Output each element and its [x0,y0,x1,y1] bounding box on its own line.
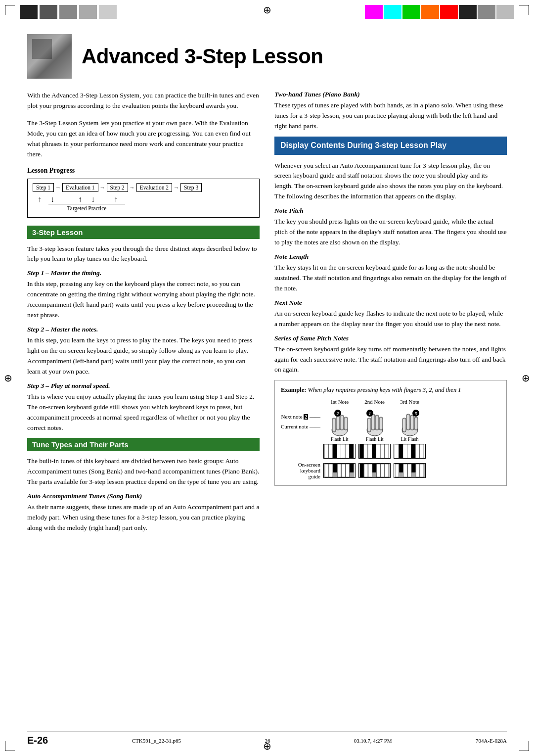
svg-rect-14 [350,444,354,458]
flash-label-3: Lit Flash [401,436,419,442]
arrow-up-3: ↑ [114,195,118,204]
date-ref: 03.10.7, 4:27 PM [354,738,392,744]
top-bar-block-5 [99,5,117,19]
eval1-box: Evaluation 1 [62,183,98,192]
svg-rect-4 [344,417,348,430]
step1-text: In this step, pressing any key on the ke… [27,279,260,321]
hand-svg-2: 1 [360,407,390,436]
chapter-title: Advanced 3-Step Lesson [82,45,323,68]
next-note-text: An on-screen keyboard guide key flashes … [274,309,507,330]
note-col-3: 3rd Note 5 Lit [394,399,426,459]
svg-rect-33 [410,415,414,430]
step-lesson-intro: The 3-step lesson feature takes you thro… [27,244,260,265]
page-number: 26 [265,738,270,744]
page-footer: E-26 CTK591_e_22-31.p65 26 03.10.7, 4:27… [27,731,507,746]
svg-text:5: 5 [414,411,417,416]
step2-text: In this step, you learn the keys to pres… [27,335,260,377]
color-block-orange [421,5,439,19]
arrow-up-2: ↑ [78,195,82,204]
svg-rect-29 [385,444,389,458]
corner-mark-br [519,741,529,751]
next-note-title: Next Note [274,299,507,307]
svg-rect-12 [341,444,345,458]
keyboard-label-blocks [323,463,426,478]
step-lesson-heading: 3-Step Lesson [27,226,260,239]
example-text: Example: When play requires pressing key… [281,386,500,394]
onscreen-label-row: On-screenkeyboardguide [281,462,500,479]
svg-rect-27 [376,444,380,458]
svg-rect-40 [403,444,407,458]
arrows-row-up-down: ↑ ↓ ↑ ↓ ↑ [37,195,254,204]
arrow3: → [130,185,135,190]
svg-rect-41 [407,444,411,458]
arrows-area: ↑ ↓ ↑ ↓ ↑ Targeted Practice [33,195,254,211]
svg-rect-52 [350,464,354,472]
svg-rect-16 [367,418,371,432]
svg-rect-66 [412,464,415,472]
note-1-label: 1st Note [330,399,349,405]
svg-rect-25 [368,444,372,458]
compass-top: ⊕ [263,4,271,16]
series-same-pitch-title: Series of Same Pitch Notes [274,334,507,342]
display-contents-intro: Whenever you select an Auto Accompanimen… [274,161,507,202]
svg-rect-58 [377,464,380,477]
step3-title: Step 3 – Play at normal speed. [27,382,260,390]
step3-box: Step 3 [180,183,202,192]
step2-box: Step 2 [107,183,128,192]
keyboard-bottom-3 [394,463,426,478]
compass-right: ⊕ [522,372,530,384]
svg-rect-59 [381,464,384,477]
step3-text: This is where you enjoy actually playing… [27,392,260,433]
current-note-label: Current note —— [281,424,320,429]
keyboard-bottom-1 [323,463,356,478]
corner-mark-bl [5,741,15,751]
step2-title: Step 2 – Master the notes. [27,326,260,333]
color-block-lightgray [496,5,514,19]
svg-rect-67 [416,464,419,477]
two-hand-title: Two-hand Tunes (Piano Bank) [274,91,507,98]
progress-steps: Step 1 → Evaluation 1 → Step 2 → Evaluat… [33,183,254,192]
top-bar-left-blocks [20,5,117,19]
top-bar-block-1 [20,5,38,19]
svg-rect-28 [380,444,384,458]
intro-para2: The 3-Step Lesson System lets you practi… [27,118,260,160]
svg-rect-43 [415,444,419,458]
right-column: Two-hand Tunes (Piano Bank) These types … [274,91,507,538]
svg-rect-49 [337,464,341,477]
arrow1: → [55,185,61,190]
keyboard-bottom-2 [358,463,391,478]
flash-label-1: Flash Lit [331,436,349,442]
svg-rect-18 [375,415,379,430]
svg-rect-54 [360,464,363,477]
top-bar-block-4 [79,5,97,19]
arrow4: → [174,185,179,190]
color-block-magenta [365,5,383,19]
tune-types-intro: The built-in tunes of this keyboard are … [27,456,260,487]
eval2-box: Evaluation 2 [136,183,172,192]
svg-rect-64 [403,464,407,477]
svg-rect-23 [359,444,363,458]
top-bar-right-blocks [365,5,514,19]
note-col-2: 2nd Note 1 Fla [358,399,391,459]
svg-rect-9 [329,444,333,458]
arrow-up-1: ↑ [38,195,42,204]
chapter-icon-graphic [27,34,72,79]
svg-rect-56 [368,464,372,477]
targeted-label-row: Targeted Practice [37,204,254,211]
svg-rect-47 [329,464,333,477]
page-content: Advanced 3-Step Lesson With the Advanced… [0,24,534,553]
svg-rect-65 [407,464,411,477]
targeted-practice-label: Targeted Practice [48,204,125,211]
note-length-text: The key stays lit on the on-screen keybo… [274,263,507,294]
corner-mark-tr [519,5,529,15]
arrow-down-2: ↓ [91,195,95,204]
svg-rect-57 [372,464,376,472]
compass-left: ⊕ [4,372,12,384]
note-pitch-title: Note Pitch [274,207,507,215]
hand-svg-1: 2 [325,407,355,436]
svg-rect-8 [324,444,328,458]
main-two-col: With the Advanced 3-Step Lesson System, … [27,91,507,538]
lesson-progress-heading: Lesson Progress [27,167,260,175]
svg-rect-17 [371,414,375,430]
keyboard-mini-2 [358,444,391,459]
